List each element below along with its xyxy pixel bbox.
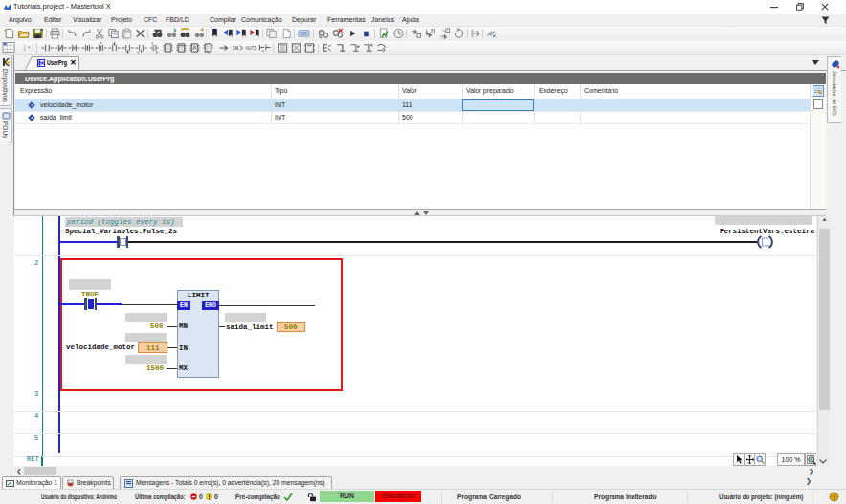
svg-text:OUT: OUT: [246, 45, 255, 51]
svg-text:(•): (•): [22, 43, 33, 52]
svg-text:IN: IN: [233, 45, 239, 51]
